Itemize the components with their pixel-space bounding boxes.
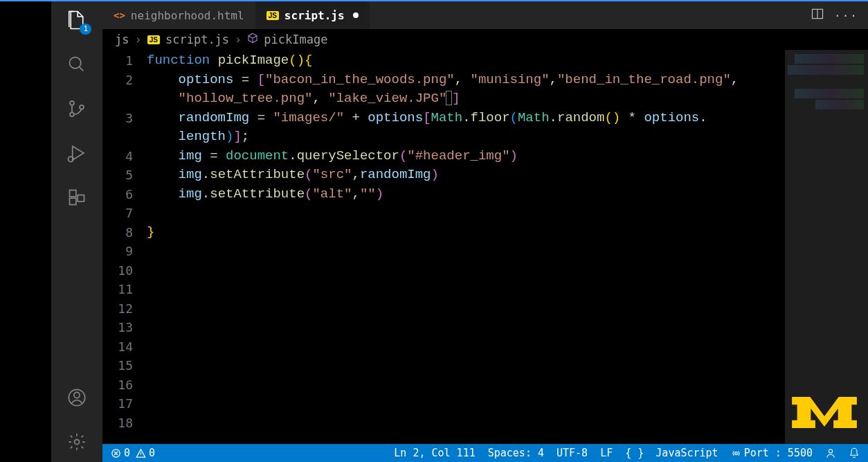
status-eol[interactable]: LF <box>600 447 613 459</box>
minimap[interactable] <box>785 50 868 444</box>
status-language[interactable]: { } JavaScript <box>625 447 718 459</box>
chevron-right-icon: › <box>235 33 242 46</box>
run-debug-icon[interactable] <box>66 143 87 163</box>
svg-rect-7 <box>78 195 84 202</box>
js-lang-icon: JS <box>147 35 160 44</box>
outer-left-padding <box>0 1 51 462</box>
svg-point-9 <box>74 392 80 398</box>
svg-rect-6 <box>70 198 76 204</box>
split-editor-icon[interactable] <box>811 7 824 24</box>
status-errors[interactable]: 0 <box>111 447 130 459</box>
svg-point-1 <box>70 101 74 105</box>
editor[interactable]: 12 3 456789101112131415161718 function p… <box>102 50 868 444</box>
svg-point-13 <box>734 452 737 454</box>
breadcrumb-file[interactable]: script.js <box>165 33 229 46</box>
status-indentation[interactable]: Spaces: 4 <box>488 447 544 459</box>
tab-neighborhood-html[interactable]: <> neighborhood.html <box>102 1 255 29</box>
settings-gear-icon[interactable] <box>66 432 87 452</box>
status-encoding[interactable]: UTF-8 <box>557 447 588 459</box>
source-control-icon[interactable] <box>66 98 87 119</box>
line-numbers: 12 3 456789101112131415161718 <box>102 50 141 444</box>
search-icon[interactable] <box>66 54 87 75</box>
explorer-badge: 1 <box>80 24 91 35</box>
js-lang-icon: JS <box>266 11 279 20</box>
svg-point-0 <box>70 57 81 69</box>
code-area[interactable]: function pickImage(){ options = ["bacon_… <box>141 50 785 444</box>
more-actions-icon[interactable]: ··· <box>834 9 858 22</box>
status-warnings[interactable]: 0 <box>136 447 155 459</box>
status-feedback-icon[interactable] <box>825 447 836 459</box>
svg-rect-5 <box>70 190 76 197</box>
tab-label: neighborhood.html <box>131 9 244 22</box>
status-live-server-port[interactable]: Port : 5500 <box>731 447 813 459</box>
status-notifications-icon[interactable] <box>849 447 860 459</box>
dirty-indicator-icon <box>353 12 359 18</box>
accounts-icon[interactable] <box>66 387 87 408</box>
symbol-method-icon <box>247 33 258 46</box>
svg-point-3 <box>80 105 84 109</box>
activity-bar: 1 <box>51 1 102 462</box>
tab-script-js[interactable]: JS script.js <box>255 1 370 29</box>
svg-point-2 <box>70 112 74 116</box>
status-bar: 0 0 Ln 2, Col 111 Spaces: 4 UTF-8 LF { }… <box>102 444 868 462</box>
michigan-m-logo-icon <box>792 396 857 437</box>
tab-label: script.js <box>284 9 345 22</box>
breadcrumb-symbol[interactable]: pickImage <box>264 33 327 46</box>
svg-point-14 <box>829 450 832 453</box>
explorer-icon[interactable]: 1 <box>66 10 87 30</box>
svg-point-10 <box>75 440 80 445</box>
status-cursor-position[interactable]: Ln 2, Col 111 <box>394 447 475 459</box>
tab-bar: <> neighborhood.html JS script.js ··· <box>102 1 868 29</box>
tab-actions: ··· <box>811 1 868 29</box>
breadcrumbs[interactable]: js › JS script.js › pickImage <box>102 29 868 50</box>
breadcrumb-folder[interactable]: js <box>115 33 129 46</box>
html-lang-icon: <> <box>114 10 125 21</box>
extensions-icon[interactable] <box>66 187 87 208</box>
braces-icon: { } <box>625 447 644 459</box>
editor-main: <> neighborhood.html JS script.js ··· js… <box>102 1 868 462</box>
chevron-right-icon: › <box>134 33 141 46</box>
